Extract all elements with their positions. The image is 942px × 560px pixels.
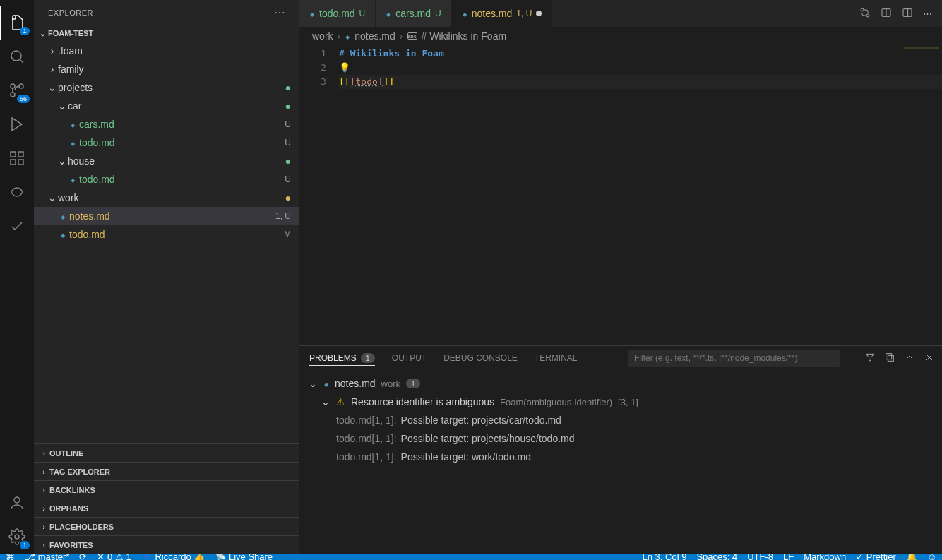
lightbulb-icon[interactable]: 💡 — [339, 62, 350, 73]
language-mode[interactable]: Markdown — [804, 554, 846, 560]
breadcrumb-folder[interactable]: work — [312, 30, 333, 42]
git-branch[interactable]: ⎇ master* — [25, 554, 69, 560]
tab-problems-label: PROBLEMS — [309, 353, 357, 363]
check-icon[interactable] — [0, 209, 34, 243]
breadcrumb-file[interactable]: notes.md — [354, 30, 395, 42]
close-panel-icon[interactable] — [924, 352, 935, 365]
workspace-header[interactable]: ⌄ FOAM-TEST — [34, 25, 299, 42]
filter-icon[interactable] — [864, 352, 876, 365]
tree-file[interactable]: ⬥notes.md1, U — [34, 207, 299, 225]
feedback-icon[interactable]: ☺ — [927, 554, 936, 560]
chevron-right-icon: › — [400, 30, 403, 42]
tab-terminal[interactable]: TERMINAL — [535, 353, 578, 363]
editor-tab[interactable]: ⬥notes.md1, U — [452, 0, 553, 27]
eol[interactable]: LF — [783, 554, 794, 560]
bracket-close: ]] — [383, 76, 395, 87]
problem-warning-row[interactable]: ⌄ ⚠ Resource identifier is ambiguous Foa… — [308, 393, 934, 411]
notifications-icon[interactable]: 🔔 — [906, 554, 917, 560]
prettier-status[interactable]: ✓ Prettier — [856, 554, 896, 560]
live-share[interactable]: 📡 Live Share — [215, 554, 273, 560]
sidebar-section-outline[interactable]: ›OUTLINE — [34, 443, 299, 462]
git-decoration: 1, U — [275, 211, 291, 221]
problems-file-name: notes.md — [335, 378, 376, 389]
tab-problems[interactable]: PROBLEMS 1 — [309, 353, 375, 366]
problems-list: ⌄ ⬥ notes.md work 1 ⌄ ⚠ Resource identif… — [299, 370, 942, 554]
open-preview-icon[interactable] — [881, 7, 892, 20]
tree-file[interactable]: ⬥todo.mdM — [34, 225, 299, 244]
markdown-file-icon: ⬥ — [56, 229, 69, 240]
indentation[interactable]: Spaces: 4 — [696, 554, 737, 560]
svg-point-1 — [19, 84, 23, 88]
git-decoration: U — [285, 119, 291, 129]
sync-icon[interactable]: ⟳ — [79, 554, 87, 560]
editor-tab[interactable]: ⬥cars.mdU — [376, 0, 451, 27]
collapse-all-icon[interactable] — [884, 352, 895, 365]
run-debug-icon[interactable] — [0, 107, 34, 141]
problem-related-info[interactable]: todo.md[1, 1]:Possible target: projects/… — [308, 411, 934, 429]
problem-related-info[interactable]: todo.md[1, 1]:Possible target: work/todo… — [308, 448, 934, 466]
tree-item-label: notes.md — [69, 210, 275, 222]
sidebar-more-icon[interactable]: ⋯ — [274, 6, 286, 19]
chevron-down-icon[interactable]: ⌄ — [321, 396, 330, 407]
chevron-right-icon[interactable]: › — [47, 64, 58, 75]
markdown-file-icon: ⬥ — [462, 8, 467, 19]
split-editor-icon[interactable] — [902, 7, 913, 20]
breadcrumb[interactable]: work › ⬥ notes.md › abc # Wikilinks in F… — [299, 27, 942, 45]
encoding[interactable]: UTF-8 — [747, 554, 773, 560]
errors-warnings[interactable]: ✕ 0 ⚠ 1 — [97, 554, 131, 560]
code-content[interactable]: # Wikilinks in Foam 💡 [[[todo]]] — [339, 45, 942, 345]
tree-file[interactable]: ⬥todo.mdU — [34, 170, 299, 189]
tree-folder[interactable]: ⌄car● — [34, 97, 299, 115]
user-status[interactable]: 👤 Riccardo 👍 — [141, 554, 205, 560]
sidebar-section-placeholders[interactable]: ›PLACEHOLDERS — [34, 517, 299, 535]
chevron-up-icon[interactable] — [904, 352, 915, 365]
tree-folder[interactable]: ⌄house● — [34, 152, 299, 170]
tree-file[interactable]: ⬥todo.mdU — [34, 133, 299, 152]
related-message: Possible target: projects/house/todo.md — [401, 433, 575, 444]
editor-tab[interactable]: ⬥todo.mdU — [299, 0, 376, 27]
settings-gear-icon[interactable]: 1 — [0, 520, 34, 554]
tree-folder[interactable]: ⌄projects● — [34, 78, 299, 97]
problem-related-info[interactable]: todo.md[1, 1]:Possible target: projects/… — [308, 429, 934, 448]
sidebar-section-tag-explorer[interactable]: ›TAG EXPLORER — [34, 462, 299, 480]
scm-badge: 56 — [17, 95, 30, 103]
tree-folder[interactable]: ⌄work● — [34, 189, 299, 207]
chevron-down-icon[interactable]: ⌄ — [56, 100, 68, 112]
related-location: todo.md[1, 1]: — [336, 451, 397, 463]
tab-debug-console[interactable]: DEBUG CONSOLE — [443, 353, 518, 363]
sidebar-section-backlinks[interactable]: ›BACKLINKS — [34, 480, 299, 499]
problems-filter-input[interactable] — [628, 350, 840, 367]
tree-folder[interactable]: ›.foam — [34, 42, 299, 60]
chevron-right-icon: › — [38, 523, 49, 531]
extensions-icon[interactable] — [0, 141, 34, 175]
chevron-down-icon[interactable]: ⌄ — [47, 82, 58, 93]
accounts-icon[interactable] — [0, 486, 34, 520]
problems-file-row[interactable]: ⌄ ⬥ notes.md work 1 — [308, 374, 934, 393]
compare-changes-icon[interactable] — [859, 7, 871, 20]
tree-file[interactable]: ⬥cars.mdU — [34, 115, 299, 133]
chevron-right-icon[interactable]: › — [47, 45, 58, 56]
source-control-icon[interactable]: 56 — [0, 73, 34, 107]
svg-point-0 — [11, 51, 21, 61]
breadcrumb-symbol[interactable]: # Wikilinks in Foam — [422, 30, 507, 42]
search-icon[interactable] — [0, 40, 34, 73]
minimap[interactable] — [878, 45, 942, 345]
sidebar-section-orphans[interactable]: ›ORPHANS — [34, 499, 299, 517]
chevron-down-icon[interactable]: ⌄ — [308, 378, 318, 389]
foam-icon[interactable] — [0, 175, 34, 209]
markdown-file-icon: ⬥ — [66, 137, 79, 148]
text-cursor — [407, 76, 408, 88]
chevron-down-icon[interactable]: ⌄ — [47, 192, 58, 203]
tab-output[interactable]: OUTPUT — [392, 353, 427, 363]
git-decoration: ● — [285, 100, 291, 112]
tab-more-icon[interactable]: ⋯ — [923, 8, 932, 19]
svg-point-2 — [11, 93, 15, 97]
explorer-icon[interactable]: 1 — [0, 6, 34, 40]
cursor-position[interactable]: Ln 3, Col 9 — [643, 554, 687, 560]
editor[interactable]: 1 2 3 # Wikilinks in Foam 💡 [[[todo]]] — [299, 45, 942, 345]
remote-icon[interactable]: ⌘ — [6, 554, 15, 560]
chevron-down-icon[interactable]: ⌄ — [56, 155, 68, 167]
warning-source: Foam(ambiguous-identifier) — [500, 397, 612, 407]
tree-folder[interactable]: ›family — [34, 60, 299, 78]
sidebar-section-favorites[interactable]: ›FAVORITES — [34, 535, 299, 554]
